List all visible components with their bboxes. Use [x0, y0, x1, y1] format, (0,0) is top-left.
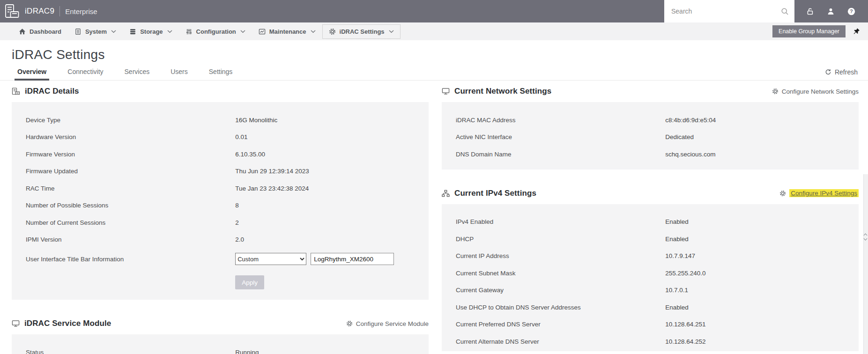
brand-name: iDRAC9 [25, 7, 54, 16]
tabs-bar: Overview Connectivity Services Users Set… [0, 68, 868, 81]
section-gap [12, 300, 429, 313]
row-label: IPMI Version [26, 236, 235, 243]
row-value: 2.0 [235, 236, 429, 243]
unlock-icon[interactable] [806, 7, 814, 15]
row-value: 255.255.240.0 [665, 270, 859, 277]
row-label: Number of Current Sessions [26, 219, 235, 226]
left-column: iDRAC Details Device Type 16G Monolithic… [12, 81, 429, 354]
detail-row: Use DHCP to Obtain DNS Server Addresses … [442, 299, 859, 316]
ipv4-settings-rows: IPv4 Enabled Enabled DHCP Enabled Curren… [442, 214, 859, 350]
detail-row: Active NIC Interface Dedicated [442, 129, 859, 146]
title-bar-mode-select[interactable]: Custom [235, 253, 306, 265]
user-icon[interactable] [827, 7, 835, 15]
scroll-up-icon[interactable] [863, 233, 868, 236]
chart-icon [259, 28, 266, 35]
right-column: Current Network Settings Configure Netwo… [442, 81, 859, 354]
row-value: 10.128.64.251 [665, 321, 859, 328]
idrac-details-header: iDRAC Details [12, 81, 429, 102]
row-value: Dedicated [665, 133, 859, 140]
service-module-header: iDRAC Service Module Configure Service M… [12, 313, 429, 334]
title-bar-controls: Custom [235, 253, 429, 265]
storage-icon [129, 28, 136, 35]
nav-item-storage[interactable]: Storage [123, 24, 178, 39]
row-label: Firmware Version [26, 151, 235, 158]
row-value: Thu Jun 29 12:39:14 2023 [235, 168, 429, 175]
row-label: Current IP Address [456, 252, 665, 259]
tab-users[interactable]: Users [169, 68, 189, 80]
configure-network-settings-link[interactable]: Configure Network Settings [772, 88, 859, 95]
row-label: RAC Time [26, 185, 235, 192]
app-header: iDRAC9 Enterprise [0, 0, 868, 22]
network-tree-icon [442, 190, 450, 197]
svg-text:?: ? [850, 8, 853, 14]
global-search [664, 0, 794, 22]
row-label: Active NIC Interface [456, 133, 665, 140]
row-label: Number of Possible Sessions [26, 202, 235, 209]
section-title: Current IPv4 Settings [454, 189, 536, 198]
row-value: Enabled [665, 304, 859, 311]
row-label: IPv4 Enabled [456, 218, 665, 225]
search-input[interactable] [671, 7, 781, 15]
nav-item-dashboard[interactable]: Dashboard [12, 24, 68, 39]
nav-item-system[interactable]: System [68, 24, 123, 39]
gear-icon [329, 28, 336, 35]
row-value: 8 [235, 202, 429, 209]
navbar-right: Enable Group Manager [772, 25, 868, 37]
service-module-panel: Status Running [12, 334, 429, 354]
detail-row: iDRAC MAC Address c8:4b:d6:9d:e5:04 [442, 111, 859, 129]
idrac-logo-icon [4, 3, 20, 19]
chevron-down-icon [240, 30, 245, 33]
row-value: 16G Monolithic [235, 117, 429, 124]
detail-row: Firmware Updated Thu Jun 29 12:39:14 202… [12, 163, 429, 180]
detail-row: Current Gateway 10.7.0.1 [442, 282, 859, 299]
row-value: 10.7.9.147 [665, 252, 859, 259]
tab-overview[interactable]: Overview [16, 68, 48, 80]
nav-item-idrac-settings[interactable]: iDRAC Settings [322, 24, 401, 39]
section-title: Current Network Settings [454, 87, 551, 96]
row-label: Hardware Version [26, 133, 235, 140]
ipv4-settings-panel: IPv4 Enabled Enabled DHCP Enabled Curren… [442, 204, 859, 351]
vertical-scrollbar[interactable] [863, 174, 868, 354]
tab-settings[interactable]: Settings [208, 68, 234, 80]
enable-group-manager-button[interactable]: Enable Group Manager [772, 25, 846, 37]
tab-services[interactable]: Services [123, 68, 151, 80]
service-module-rows: Status Running [12, 344, 429, 354]
help-icon[interactable]: ? [847, 7, 855, 15]
detail-row: Current IP Address 10.7.9.147 [442, 248, 859, 265]
configure-service-module-link[interactable]: Configure Service Module [346, 320, 429, 327]
title-bar-text-input[interactable] [311, 253, 394, 265]
title-bar-info-row: User Interface Title Bar Information Cus… [12, 248, 429, 270]
section-gap [442, 170, 859, 183]
detail-row: Current Preferred DNS Server 10.128.64.2… [442, 316, 859, 333]
detail-row: Number of Possible Sessions 8 [12, 197, 429, 214]
gear-icon [779, 190, 786, 197]
idrac-details-panel: Device Type 16G Monolithic Hardware Vers… [12, 102, 429, 300]
main-navbar: Dashboard System Storage [0, 22, 868, 40]
nav-item-configuration[interactable]: Configuration [179, 24, 252, 39]
configure-ipv4-settings-link[interactable]: Configure IPv4 Settings [779, 189, 859, 197]
system-icon [74, 28, 82, 35]
section-title: iDRAC Service Module [24, 319, 111, 328]
pin-icon[interactable] [853, 28, 860, 35]
search-icon[interactable] [781, 7, 789, 15]
detail-row: Number of Current Sessions 2 [12, 214, 429, 231]
sliders-icon [185, 28, 193, 35]
idrac-screen: iDRAC9 Enterprise [0, 0, 868, 354]
row-value: 2 [235, 219, 429, 226]
tab-connectivity[interactable]: Connectivity [66, 68, 104, 80]
network-settings-header: Current Network Settings Configure Netwo… [442, 81, 859, 102]
refresh-button[interactable]: Refresh [825, 68, 858, 80]
apply-button[interactable]: Apply [235, 275, 264, 289]
page-title: iDRAC Settings [12, 47, 868, 62]
row-label: Current Alternate DNS Server [456, 338, 665, 345]
row-label: DNS Domain Name [456, 151, 665, 158]
nav-item-maintenance[interactable]: Maintenance [252, 24, 322, 39]
detail-row: Device Type 16G Monolithic [12, 111, 429, 129]
section-title: iDRAC Details [25, 87, 79, 96]
scroll-down-icon[interactable] [863, 238, 868, 241]
detail-row: RAC Time Tue Jan 23 23:42:38 2024 [12, 180, 429, 197]
row-label: User Interface Title Bar Information [26, 256, 235, 263]
row-value: schq.secious.com [665, 151, 859, 158]
detail-row: DNS Domain Name schq.secious.com [442, 146, 859, 163]
brand-divider [59, 6, 60, 16]
